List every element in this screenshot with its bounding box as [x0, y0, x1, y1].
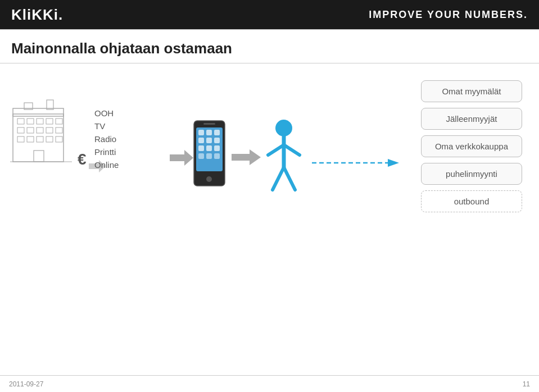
svg-marker-47 — [388, 159, 399, 167]
svg-rect-15 — [27, 136, 34, 142]
header: KliKKi. IMPROVE YOUR NUMBERS. — [0, 0, 539, 29]
svg-line-43 — [284, 145, 300, 155]
channel-boxes: Omat myymälät Jälleenmyyjät Oma verkkoka… — [421, 80, 522, 212]
media-label-radio: Radio — [94, 134, 119, 144]
svg-rect-1 — [13, 108, 64, 116]
channel-oma-verkkokauppa: Oma verkkokauppa — [421, 135, 522, 157]
svg-rect-34 — [198, 153, 204, 159]
svg-rect-28 — [198, 138, 204, 143]
svg-rect-13 — [56, 127, 62, 133]
svg-rect-33 — [214, 145, 220, 151]
svg-rect-4 — [17, 118, 24, 124]
svg-rect-36 — [214, 153, 220, 159]
svg-rect-25 — [198, 130, 204, 135]
svg-rect-31 — [198, 145, 204, 151]
svg-rect-29 — [206, 138, 212, 143]
phone-illustration — [191, 120, 228, 187]
title-section: Mainonnalla ohjataan ostamaan — [0, 30, 539, 63]
svg-rect-17 — [46, 136, 53, 142]
svg-rect-30 — [214, 138, 220, 143]
svg-rect-18 — [56, 136, 62, 142]
page-title: Mainonnalla ohjataan ostamaan — [11, 40, 528, 57]
building-illustration — [10, 97, 72, 165]
footer-page: 11 — [523, 380, 530, 388]
person-illustration — [261, 117, 306, 195]
media-label-tv: TV — [94, 121, 119, 131]
channel-puhelinmyynti: puhelinmyynti — [421, 163, 522, 185]
svg-rect-6 — [37, 118, 43, 124]
euro-sign: € — [78, 151, 87, 168]
logo: KliKKi. — [11, 6, 63, 24]
svg-rect-35 — [206, 153, 212, 159]
svg-rect-7 — [46, 118, 53, 124]
channel-outbound: outbound — [421, 190, 522, 212]
dashed-arrow — [312, 154, 402, 174]
svg-rect-9 — [17, 127, 24, 133]
svg-marker-39 — [232, 149, 261, 165]
svg-rect-16 — [37, 136, 43, 142]
media-label-printti: Printti — [94, 147, 119, 157]
tagline: IMPROVE YOUR NUMBERS. — [369, 9, 528, 21]
media-label-online: Online — [94, 160, 119, 170]
arrow-to-person — [232, 147, 261, 170]
svg-rect-38 — [203, 123, 215, 125]
media-label-ooh: OOH — [94, 108, 119, 118]
svg-rect-11 — [37, 127, 43, 133]
channel-jalleenmyyjat: Jälleenmyyjät — [421, 108, 522, 130]
svg-rect-14 — [17, 136, 24, 142]
svg-rect-26 — [206, 130, 212, 135]
svg-point-37 — [206, 176, 212, 182]
svg-rect-5 — [27, 118, 34, 124]
svg-line-45 — [284, 167, 295, 190]
svg-rect-19 — [34, 151, 44, 162]
svg-rect-8 — [56, 118, 62, 124]
channel-omat-myymalat: Omat myymälät — [421, 80, 522, 102]
footer: 2011-09-27 11 — [0, 375, 539, 392]
svg-line-42 — [268, 145, 284, 155]
media-labels-list: OOH TV Radio Printti Online — [94, 108, 119, 170]
svg-rect-27 — [214, 130, 220, 135]
svg-marker-22 — [170, 150, 193, 166]
svg-point-40 — [275, 120, 292, 136]
svg-rect-10 — [27, 127, 34, 133]
svg-rect-32 — [206, 145, 212, 151]
footer-date: 2011-09-27 — [9, 380, 43, 388]
arrow-to-phone — [170, 148, 193, 170]
svg-rect-12 — [46, 127, 53, 133]
main-content: € OOH TV Radio Printti Online — [0, 63, 539, 378]
svg-line-44 — [273, 167, 284, 190]
